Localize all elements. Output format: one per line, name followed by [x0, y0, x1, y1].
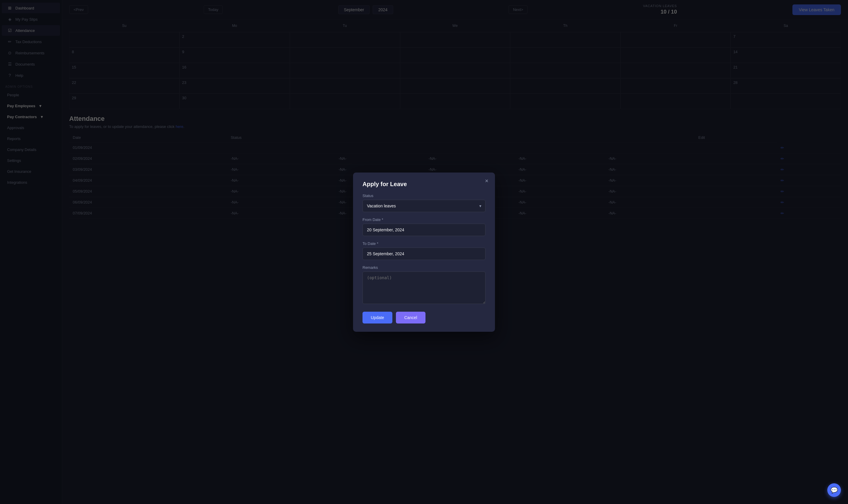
status-select-wrapper: Vacation leaves Sick leave Personal leav…: [363, 200, 485, 212]
from-date-input[interactable]: [363, 223, 485, 236]
cancel-button[interactable]: Cancel: [396, 312, 426, 324]
apply-leave-modal: Apply for Leave × Status Vacation leaves…: [353, 173, 495, 332]
chat-bubble-button[interactable]: 💬: [827, 483, 841, 497]
remarks-label: Remarks: [363, 265, 485, 270]
modal-title: Apply for Leave: [363, 181, 485, 187]
update-button[interactable]: Update: [363, 312, 392, 324]
to-date-form-group: To Date *: [363, 241, 485, 260]
to-date-input[interactable]: [363, 248, 485, 260]
remarks-form-group: Remarks: [363, 265, 485, 305]
status-select[interactable]: Vacation leaves Sick leave Personal leav…: [363, 200, 485, 212]
from-date-form-group: From Date *: [363, 217, 485, 236]
chat-icon: 💬: [831, 487, 838, 494]
to-date-label: To Date *: [363, 241, 485, 246]
modal-actions: Update Cancel: [363, 312, 485, 324]
status-form-group: Status Vacation leaves Sick leave Person…: [363, 194, 485, 212]
remarks-textarea[interactable]: [363, 271, 485, 304]
modal-overlay[interactable]: Apply for Leave × Status Vacation leaves…: [0, 0, 848, 504]
status-label: Status: [363, 194, 485, 198]
modal-close-button[interactable]: ×: [485, 178, 488, 184]
from-date-label: From Date *: [363, 217, 485, 222]
